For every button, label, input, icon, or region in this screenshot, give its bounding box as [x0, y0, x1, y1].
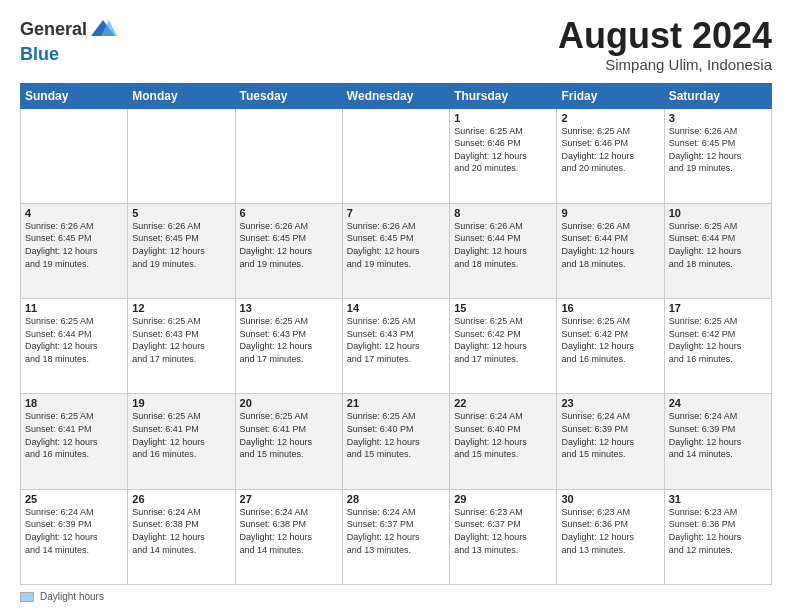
- day-number: 21: [347, 397, 445, 409]
- calendar-week-row: 11Sunrise: 6:25 AMSunset: 6:44 PMDayligh…: [21, 299, 772, 394]
- weekday-header-friday: Friday: [557, 83, 664, 108]
- day-info: Sunrise: 6:25 AMSunset: 6:42 PMDaylight:…: [561, 315, 659, 365]
- calendar-cell: [128, 108, 235, 203]
- calendar-cell: 1Sunrise: 6:25 AMSunset: 6:46 PMDaylight…: [450, 108, 557, 203]
- calendar-cell: [235, 108, 342, 203]
- calendar-cell: 13Sunrise: 6:25 AMSunset: 6:43 PMDayligh…: [235, 299, 342, 394]
- day-info: Sunrise: 6:24 AMSunset: 6:38 PMDaylight:…: [132, 506, 230, 556]
- day-info: Sunrise: 6:25 AMSunset: 6:42 PMDaylight:…: [454, 315, 552, 365]
- page: General Blue August 2024 Simpang Ulim, I…: [0, 0, 792, 612]
- weekday-header-wednesday: Wednesday: [342, 83, 449, 108]
- calendar-cell: 17Sunrise: 6:25 AMSunset: 6:42 PMDayligh…: [664, 299, 771, 394]
- calendar-cell: 18Sunrise: 6:25 AMSunset: 6:41 PMDayligh…: [21, 394, 128, 489]
- daylight-label: Daylight hours: [40, 591, 104, 602]
- calendar-cell: 2Sunrise: 6:25 AMSunset: 6:46 PMDaylight…: [557, 108, 664, 203]
- day-info: Sunrise: 6:26 AMSunset: 6:44 PMDaylight:…: [454, 220, 552, 270]
- calendar-week-row: 1Sunrise: 6:25 AMSunset: 6:46 PMDaylight…: [21, 108, 772, 203]
- calendar-cell: 6Sunrise: 6:26 AMSunset: 6:45 PMDaylight…: [235, 203, 342, 298]
- day-info: Sunrise: 6:25 AMSunset: 6:41 PMDaylight:…: [25, 410, 123, 460]
- calendar-cell: [21, 108, 128, 203]
- day-number: 30: [561, 493, 659, 505]
- calendar-cell: 23Sunrise: 6:24 AMSunset: 6:39 PMDayligh…: [557, 394, 664, 489]
- calendar-week-row: 25Sunrise: 6:24 AMSunset: 6:39 PMDayligh…: [21, 489, 772, 584]
- day-number: 25: [25, 493, 123, 505]
- calendar-cell: 30Sunrise: 6:23 AMSunset: 6:36 PMDayligh…: [557, 489, 664, 584]
- day-number: 29: [454, 493, 552, 505]
- calendar-cell: 31Sunrise: 6:23 AMSunset: 6:36 PMDayligh…: [664, 489, 771, 584]
- day-info: Sunrise: 6:25 AMSunset: 6:42 PMDaylight:…: [669, 315, 767, 365]
- day-number: 4: [25, 207, 123, 219]
- calendar-cell: 25Sunrise: 6:24 AMSunset: 6:39 PMDayligh…: [21, 489, 128, 584]
- day-info: Sunrise: 6:25 AMSunset: 6:41 PMDaylight:…: [240, 410, 338, 460]
- calendar-cell: 7Sunrise: 6:26 AMSunset: 6:45 PMDaylight…: [342, 203, 449, 298]
- day-number: 16: [561, 302, 659, 314]
- day-number: 1: [454, 112, 552, 124]
- day-number: 22: [454, 397, 552, 409]
- day-info: Sunrise: 6:24 AMSunset: 6:38 PMDaylight:…: [240, 506, 338, 556]
- logo-general: General: [20, 19, 87, 41]
- day-info: Sunrise: 6:23 AMSunset: 6:37 PMDaylight:…: [454, 506, 552, 556]
- calendar-cell: 29Sunrise: 6:23 AMSunset: 6:37 PMDayligh…: [450, 489, 557, 584]
- day-number: 3: [669, 112, 767, 124]
- day-number: 8: [454, 207, 552, 219]
- location-subtitle: Simpang Ulim, Indonesia: [558, 56, 772, 73]
- day-info: Sunrise: 6:25 AMSunset: 6:44 PMDaylight:…: [25, 315, 123, 365]
- day-info: Sunrise: 6:24 AMSunset: 6:40 PMDaylight:…: [454, 410, 552, 460]
- day-number: 26: [132, 493, 230, 505]
- calendar-cell: 10Sunrise: 6:25 AMSunset: 6:44 PMDayligh…: [664, 203, 771, 298]
- calendar-cell: 26Sunrise: 6:24 AMSunset: 6:38 PMDayligh…: [128, 489, 235, 584]
- calendar-cell: 24Sunrise: 6:24 AMSunset: 6:39 PMDayligh…: [664, 394, 771, 489]
- day-info: Sunrise: 6:26 AMSunset: 6:45 PMDaylight:…: [25, 220, 123, 270]
- calendar-table: SundayMondayTuesdayWednesdayThursdayFrid…: [20, 83, 772, 585]
- day-number: 23: [561, 397, 659, 409]
- footer: Daylight hours: [20, 591, 772, 602]
- calendar-cell: 8Sunrise: 6:26 AMSunset: 6:44 PMDaylight…: [450, 203, 557, 298]
- day-info: Sunrise: 6:25 AMSunset: 6:46 PMDaylight:…: [454, 125, 552, 175]
- day-number: 12: [132, 302, 230, 314]
- calendar-cell: 22Sunrise: 6:24 AMSunset: 6:40 PMDayligh…: [450, 394, 557, 489]
- calendar-cell: 3Sunrise: 6:26 AMSunset: 6:45 PMDaylight…: [664, 108, 771, 203]
- header: General Blue August 2024 Simpang Ulim, I…: [20, 16, 772, 73]
- calendar-cell: 4Sunrise: 6:26 AMSunset: 6:45 PMDaylight…: [21, 203, 128, 298]
- day-number: 19: [132, 397, 230, 409]
- weekday-header-row: SundayMondayTuesdayWednesdayThursdayFrid…: [21, 83, 772, 108]
- calendar-cell: 16Sunrise: 6:25 AMSunset: 6:42 PMDayligh…: [557, 299, 664, 394]
- day-number: 9: [561, 207, 659, 219]
- calendar-cell: 5Sunrise: 6:26 AMSunset: 6:45 PMDaylight…: [128, 203, 235, 298]
- day-number: 28: [347, 493, 445, 505]
- day-info: Sunrise: 6:24 AMSunset: 6:39 PMDaylight:…: [669, 410, 767, 460]
- calendar-cell: 11Sunrise: 6:25 AMSunset: 6:44 PMDayligh…: [21, 299, 128, 394]
- day-info: Sunrise: 6:25 AMSunset: 6:41 PMDaylight:…: [132, 410, 230, 460]
- weekday-header-thursday: Thursday: [450, 83, 557, 108]
- logo-icon: [89, 16, 117, 44]
- day-number: 7: [347, 207, 445, 219]
- day-number: 18: [25, 397, 123, 409]
- day-info: Sunrise: 6:26 AMSunset: 6:44 PMDaylight:…: [561, 220, 659, 270]
- month-title: August 2024: [558, 16, 772, 56]
- weekday-header-monday: Monday: [128, 83, 235, 108]
- day-info: Sunrise: 6:25 AMSunset: 6:44 PMDaylight:…: [669, 220, 767, 270]
- day-number: 11: [25, 302, 123, 314]
- day-number: 20: [240, 397, 338, 409]
- calendar-cell: 27Sunrise: 6:24 AMSunset: 6:38 PMDayligh…: [235, 489, 342, 584]
- day-number: 10: [669, 207, 767, 219]
- day-info: Sunrise: 6:23 AMSunset: 6:36 PMDaylight:…: [669, 506, 767, 556]
- day-number: 31: [669, 493, 767, 505]
- day-info: Sunrise: 6:24 AMSunset: 6:39 PMDaylight:…: [25, 506, 123, 556]
- calendar-cell: 15Sunrise: 6:25 AMSunset: 6:42 PMDayligh…: [450, 299, 557, 394]
- calendar-cell: 28Sunrise: 6:24 AMSunset: 6:37 PMDayligh…: [342, 489, 449, 584]
- day-info: Sunrise: 6:26 AMSunset: 6:45 PMDaylight:…: [347, 220, 445, 270]
- calendar-cell: 12Sunrise: 6:25 AMSunset: 6:43 PMDayligh…: [128, 299, 235, 394]
- logo: General Blue: [20, 16, 117, 66]
- day-info: Sunrise: 6:25 AMSunset: 6:43 PMDaylight:…: [240, 315, 338, 365]
- day-number: 13: [240, 302, 338, 314]
- calendar-cell: 20Sunrise: 6:25 AMSunset: 6:41 PMDayligh…: [235, 394, 342, 489]
- day-info: Sunrise: 6:23 AMSunset: 6:36 PMDaylight:…: [561, 506, 659, 556]
- day-number: 17: [669, 302, 767, 314]
- day-info: Sunrise: 6:25 AMSunset: 6:46 PMDaylight:…: [561, 125, 659, 175]
- day-info: Sunrise: 6:26 AMSunset: 6:45 PMDaylight:…: [240, 220, 338, 270]
- calendar-cell: 21Sunrise: 6:25 AMSunset: 6:40 PMDayligh…: [342, 394, 449, 489]
- day-number: 24: [669, 397, 767, 409]
- calendar-cell: 14Sunrise: 6:25 AMSunset: 6:43 PMDayligh…: [342, 299, 449, 394]
- weekday-header-tuesday: Tuesday: [235, 83, 342, 108]
